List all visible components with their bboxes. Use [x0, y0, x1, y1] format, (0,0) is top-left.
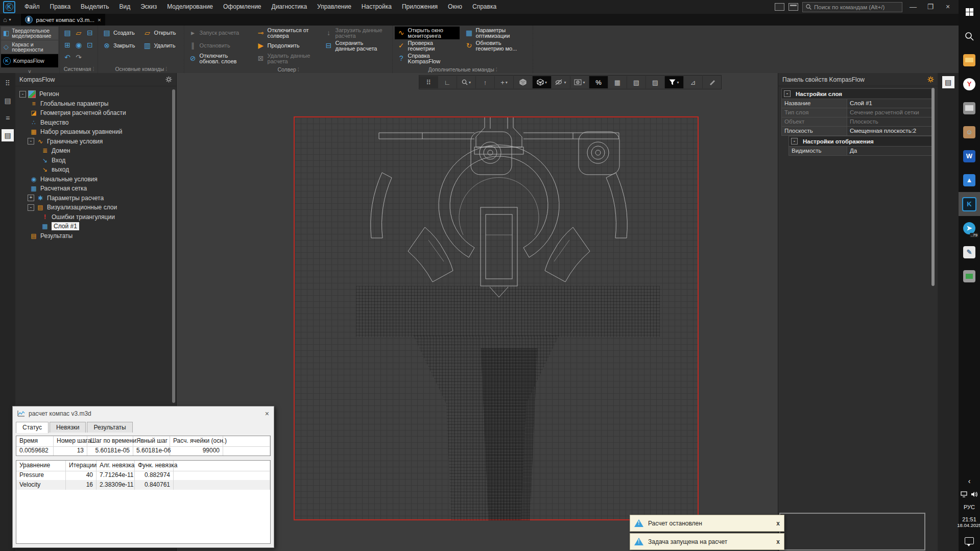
property-row-plane[interactable]: ПлоскостьСмещенная плоскость:2 [781, 127, 933, 136]
menu-help[interactable]: Справка [467, 0, 501, 14]
collapse-icon[interactable]: - [791, 138, 798, 145]
menu-layout[interactable]: Оформление [218, 0, 266, 14]
menu-window[interactable]: Окно [443, 0, 467, 14]
layer-settings-group[interactable]: -Настройки слоя [781, 88, 933, 99]
optimization-params-button[interactable]: ▦Параметры оптимизации [463, 27, 528, 39]
update-geometry-button[interactable]: ↻Обновить геометрию мо... [463, 39, 528, 52]
undo-icon[interactable]: ↶ [64, 53, 70, 61]
tab-close-icon[interactable]: × [98, 17, 101, 23]
minimize-button[interactable]: — [906, 0, 920, 14]
shaded-view-icon[interactable] [514, 76, 533, 88]
menu-apps[interactable]: Приложения [397, 0, 443, 14]
tree-item-equation-set[interactable]: ▦Набор решаемых уравнений [15, 127, 176, 137]
menu-diagnostics[interactable]: Диагностика [267, 0, 313, 14]
property-row-visibility[interactable]: ВидимостьДа [788, 147, 933, 156]
apply-stamp-icon[interactable]: ▨ [646, 76, 665, 88]
orientation-icon[interactable]: ↑ [476, 76, 495, 88]
measure-icon[interactable]: ⊿ [684, 76, 703, 88]
media-app-icon[interactable] [959, 264, 980, 288]
menu-select[interactable]: Выделить [76, 0, 114, 14]
restore-button[interactable]: ❐ [924, 0, 937, 14]
gear-icon[interactable] [165, 76, 172, 83]
tree-item-region[interactable]: -Регион [15, 89, 176, 99]
kompas3d-taskbar-icon[interactable]: K [959, 192, 980, 216]
probe-pen-icon[interactable] [703, 76, 721, 88]
create-button[interactable]: ▤Создать [100, 27, 137, 39]
notification-calc-stopped[interactable]: Расчет остановлен x [630, 515, 784, 532]
kompas-logo-icon[interactable]: K [3, 1, 15, 13]
delete-calc-data-button[interactable]: ⊠Удалить данные расчета [254, 52, 319, 65]
monitor-app-icon[interactable] [959, 96, 980, 120]
mesh-section-region[interactable] [294, 116, 699, 520]
tree-item-results[interactable]: ▤Результаты [15, 231, 176, 241]
redo-icon[interactable]: ↷ [76, 53, 82, 61]
property-row-name[interactable]: НазваниеСлой #1 [781, 99, 933, 108]
menu-modeling[interactable]: Моделирование [162, 0, 218, 14]
tree-item-triangulation-errors[interactable]: !Ошибки триангуляции [15, 212, 176, 222]
home-button[interactable]: ⌂ ▾ [0, 16, 14, 23]
open-monitor-window-button[interactable]: ∿Открыть окно мониторинга [395, 27, 460, 39]
check-geometry-button[interactable]: ✓Проверка геометрии [395, 39, 460, 52]
print-icon[interactable]: ⊞ [64, 41, 70, 49]
menu-sketch[interactable]: Эскиз [135, 0, 162, 14]
tree-scrollbar[interactable] [172, 89, 175, 403]
mesh-sheet-icon[interactable]: ▦ [608, 76, 627, 88]
word-icon[interactable]: W [959, 144, 980, 168]
yandex-browser-icon[interactable]: Y [959, 72, 980, 96]
dialog-title-bar[interactable]: расчет компас v3.m3d × [13, 406, 274, 420]
tree-item-global-params[interactable]: ≡Глобальные параметры [15, 99, 176, 109]
collapse-icon[interactable]: - [19, 91, 26, 98]
continue-button[interactable]: ▶Продолжить [254, 39, 319, 52]
workspace-kompasflow[interactable]: K KompasFlow [1, 54, 58, 67]
collapse-icon[interactable]: - [784, 90, 791, 97]
tree-item-layer-1[interactable]: ▦Слой #1 [15, 222, 176, 231]
volume-icon[interactable] [971, 491, 978, 497]
stop-button[interactable]: ∥Остановить [186, 39, 251, 52]
tree-item-outlet[interactable]: ↘выход [15, 165, 176, 175]
close-doc-button[interactable]: ⊗Закрыть [100, 39, 137, 52]
tree-item-initial-conditions[interactable]: ◉Начальные условия [15, 175, 176, 184]
telegram-icon[interactable]: ➤..79 [959, 216, 980, 240]
workspace-wireframe-surfaces[interactable]: ◇ Каркас и поверхности [1, 40, 58, 54]
document-tab[interactable]: расчет компас v3.m... × [21, 14, 105, 26]
windows-start-button[interactable] [959, 0, 980, 24]
disconnect-solver-button[interactable]: ⊸Отключиться от солвера [254, 27, 319, 39]
section-view-icon[interactable]: ▾ [570, 76, 589, 88]
menu-file[interactable]: Файл [19, 0, 45, 14]
tree-item-substance[interactable]: ∴Вещество [15, 118, 176, 128]
workspace-solid-modeling[interactable]: ◧ Твердотельное моделирование [1, 27, 58, 40]
disable-layer-update-button[interactable]: ⊘Отключить обновл. слоев [186, 52, 251, 65]
dialog-close-icon[interactable]: × [265, 410, 269, 418]
open-button[interactable]: ▱Открыть [140, 27, 178, 39]
load-calc-data-button[interactable]: ↓Загрузить данные расчета [322, 27, 387, 39]
gear-icon[interactable] [927, 76, 934, 83]
kompasflow-tree-icon[interactable]: ▤ [2, 129, 14, 141]
new-document-icon[interactable]: ▤ [64, 29, 70, 37]
notification-close-icon[interactable]: x [776, 538, 780, 545]
grid-snap-icon[interactable]: ⠿ [419, 76, 438, 88]
close-button[interactable]: × [941, 0, 954, 14]
menu-management[interactable]: Управление [312, 0, 356, 14]
command-search-input[interactable]: Поиск по командам (Alt+/) [802, 2, 902, 12]
properties-dock-icon[interactable]: ▤ [942, 76, 954, 88]
tray-icons[interactable] [959, 488, 980, 501]
notification-center-icon[interactable] [959, 531, 980, 551]
menu-view[interactable]: Вид [114, 0, 135, 14]
network-icon[interactable] [961, 491, 968, 497]
properties-scrollbar[interactable] [931, 88, 935, 286]
layout-icon[interactable] [775, 3, 784, 11]
kompasflow-help-button[interactable]: ?Справка KompasFlow [395, 52, 460, 65]
clock[interactable]: 21:51 18.04.2025 [959, 513, 980, 531]
layers-panel-icon[interactable]: ≡ [2, 112, 14, 124]
delete-button[interactable]: ▥Удалить [140, 39, 178, 52]
sketch-corner-icon[interactable]: ∟ [438, 76, 457, 88]
save-calc-data-button[interactable]: ⊟Сохранить данные расчета [322, 39, 387, 52]
tab-status[interactable]: Статус [16, 422, 49, 433]
percent-display-icon[interactable]: % [589, 76, 608, 88]
collapse-icon[interactable]: - [28, 138, 34, 145]
wireframe-view-icon[interactable]: ▾ [533, 76, 552, 88]
display-settings-group[interactable]: -Настройки отображения [788, 136, 933, 147]
tree-item-visualization-layers[interactable]: -▤Визуализационные слои [15, 203, 176, 212]
save-as-icon[interactable]: ⊡ [87, 41, 93, 49]
monitoring-dialog[interactable]: расчет компас v3.m3d × Статус Невязки Ре… [12, 406, 274, 548]
